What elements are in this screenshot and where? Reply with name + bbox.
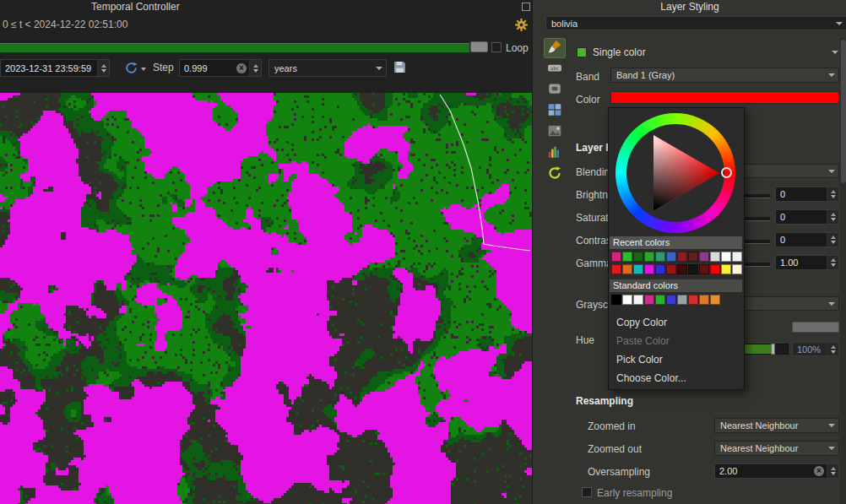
float-panel-icon[interactable] [522, 3, 530, 11]
styling-tab-histogram[interactable] [544, 144, 566, 164]
diagrams-icon [547, 102, 562, 121]
color-swatch[interactable] [710, 295, 720, 305]
contrast-value: 0 [776, 235, 827, 245]
color-swatch[interactable] [633, 264, 643, 274]
color-swatch[interactable] [622, 252, 632, 262]
strength-value: 100% [793, 344, 827, 355]
time-slider-handle[interactable] [470, 41, 488, 52]
spinner-arrows[interactable] [827, 343, 838, 355]
refresh-dropdown-arrow[interactable] [141, 68, 146, 71]
saturation-input[interactable]: 0 [775, 209, 839, 225]
color-swatch[interactable] [633, 295, 643, 305]
recent-colors-row-2 [611, 264, 742, 274]
contrast-input[interactable]: 0 [775, 232, 839, 247]
settings-gear-icon[interactable] [514, 18, 529, 32]
hue-wheel[interactable] [616, 113, 735, 233]
renderer-combo[interactable]: Single color [572, 44, 842, 61]
early-resampling-checkbox[interactable] [582, 487, 592, 497]
layer-selector-combo[interactable]: bolivia [545, 16, 846, 30]
color-swatch[interactable] [622, 295, 632, 305]
color-swatch[interactable] [622, 264, 632, 274]
save-icon[interactable] [393, 61, 406, 73]
spinner-arrows[interactable] [827, 256, 838, 269]
color-swatch[interactable] [677, 252, 687, 262]
chevron-down-icon [828, 73, 835, 77]
scrollbar-thumb[interactable] [841, 40, 846, 183]
color-swatch[interactable] [721, 252, 731, 262]
step-input[interactable]: 0.999 × [179, 59, 262, 77]
color-swatch[interactable] [655, 264, 665, 274]
styling-tab-diagrams[interactable] [544, 101, 566, 122]
zoomed-in-label: Zoomed in [588, 420, 636, 432]
color-swatch[interactable] [721, 264, 731, 274]
color-swatch[interactable] [699, 295, 709, 305]
color-swatch[interactable] [677, 295, 687, 305]
time-slider-track[interactable] [0, 43, 469, 53]
color-swatch[interactable] [688, 295, 698, 305]
gamma-input[interactable]: 1.00 [775, 255, 839, 270]
color-swatch[interactable] [655, 295, 665, 305]
map-view[interactable] [0, 93, 532, 504]
color-swatch[interactable] [644, 264, 654, 274]
color-swatch[interactable] [611, 295, 621, 305]
color-swatch[interactable] [611, 264, 621, 274]
pick-color-menu-item[interactable]: Pick Color [610, 350, 743, 369]
color-swatch[interactable] [677, 264, 687, 274]
copy-color-menu-item[interactable]: Copy Color [610, 313, 743, 332]
color-swatch[interactable] [699, 264, 709, 274]
strength-slider-handle[interactable] [771, 344, 775, 355]
clear-icon[interactable]: × [814, 466, 824, 476]
color-swatch[interactable] [644, 295, 654, 305]
spinner-arrows[interactable] [827, 233, 838, 247]
scrollbar[interactable] [840, 38, 846, 504]
spinner-arrows[interactable] [827, 464, 838, 478]
color-swatch[interactable] [710, 252, 720, 262]
oversampling-input[interactable]: 2.00 × [714, 463, 839, 479]
color-swatch[interactable] [666, 295, 676, 305]
spinner-arrows[interactable] [827, 210, 838, 224]
hue-marker[interactable] [721, 167, 732, 178]
color-button[interactable] [610, 91, 839, 104]
color-swatch[interactable] [644, 252, 654, 262]
refresh-icon[interactable] [125, 62, 138, 74]
band-combo[interactable]: Band 1 (Gray) [610, 68, 839, 83]
layer-name: bolivia [551, 19, 578, 29]
color-swatch[interactable] [666, 264, 676, 274]
brightness-input[interactable]: 0 [775, 187, 839, 202]
color-swatch[interactable] [688, 264, 698, 274]
qgis-window: Temporal Controller 0 ≤ t < 2024-12-22 0… [0, 0, 846, 504]
color-label: Color [576, 94, 600, 106]
zoomed-out-label: Zoomed out [588, 443, 642, 455]
color-swatch[interactable] [732, 264, 742, 274]
strength-input[interactable]: 100% [792, 342, 839, 356]
color-swatch[interactable] [710, 264, 720, 274]
color-swatch[interactable] [699, 252, 709, 262]
clear-icon[interactable]: × [236, 63, 247, 73]
recent-colors-row-1 [611, 252, 742, 262]
hue-label: Hue [576, 334, 594, 346]
color-swatch[interactable] [655, 252, 665, 262]
mask-icon [547, 81, 562, 100]
spinner-arrows[interactable] [97, 60, 109, 76]
styling-tab-labels[interactable]: abc [544, 59, 566, 79]
step-unit-combo[interactable]: years [268, 59, 387, 77]
spinner-arrows[interactable] [249, 60, 261, 76]
datetime-input[interactable]: 2023-12-31 23:59:59 [0, 59, 110, 77]
zoomed-out-combo[interactable]: Nearest Neighbour [714, 441, 839, 456]
color-swatch[interactable] [633, 252, 643, 262]
color-swatch[interactable] [666, 252, 676, 262]
styling-tab-mask[interactable] [544, 80, 566, 100]
zoomed-in-combo[interactable]: Nearest Neighbour [714, 418, 839, 433]
loop-checkbox[interactable] [491, 42, 502, 52]
color-swatch[interactable] [688, 252, 698, 262]
color-swatch[interactable] [611, 252, 621, 262]
spinner-arrows[interactable] [827, 187, 838, 201]
early-resampling-label: Early resampling [597, 487, 672, 499]
choose-color-menu-item[interactable]: Choose Color... [610, 369, 743, 387]
styling-tab-pyramids[interactable] [544, 122, 566, 143]
loop-label: Loop [506, 42, 529, 54]
styling-tab-history[interactable] [544, 165, 566, 185]
styling-tab-symbology[interactable] [544, 38, 566, 58]
color-swatch[interactable] [732, 252, 742, 262]
colorize-color-button[interactable] [792, 322, 839, 333]
